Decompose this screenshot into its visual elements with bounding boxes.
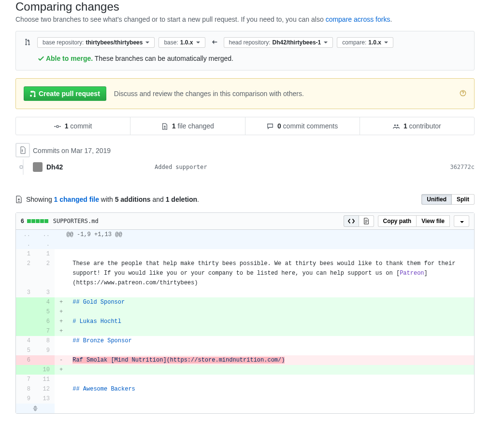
line-num-old [16,326,35,336]
diff-marker [55,346,68,355]
diff-marker [55,336,68,346]
diff-marker: + [55,326,68,336]
line-num-old: 2 [16,259,35,288]
code-line [68,249,474,259]
line-num-new: 10 [35,365,55,375]
code-line [68,288,474,297]
compare-forks-link[interactable]: compare across forks [326,15,390,23]
svg-point-2 [394,125,396,126]
code-line [68,375,474,384]
code-line: # Lukas Hochtl [68,317,474,326]
svg-point-4 [22,150,23,151]
line-num-new: 6 [35,317,55,326]
line-num-new: 4 [35,297,55,307]
line-num-old: 8 [16,384,35,394]
diff-marker: - [55,355,68,365]
page-title: Comparing changes [15,0,475,14]
code-line: These are the people that help make thir… [68,259,474,288]
rendered-view-button[interactable] [359,215,374,227]
file-diff-icon [161,123,168,130]
split-button[interactable]: Split [452,194,475,205]
line-num-old: 9 [16,394,35,404]
diff-marker [55,384,68,394]
commit-author[interactable]: Dh42 [46,163,143,171]
line-num-old: 6 [16,355,35,365]
line-num-new: ... [35,230,55,249]
line-num-old: 1 [16,249,35,259]
svg-point-1 [57,126,58,127]
base-repo-picker[interactable]: base repository: thirtybees/thirtybees [37,37,155,48]
diff-view-toggle: Unified Split [421,194,475,205]
code-line: ## Bronze Sponsor [68,336,474,346]
timeline-badge-icon [15,143,30,157]
file-menu-button[interactable] [454,215,469,227]
check-icon [38,55,44,62]
diff-marker [55,249,68,259]
merge-status: Able to merge. These branches can be aut… [24,55,466,62]
commit-sha[interactable]: 362772c [450,164,475,170]
base-branch-picker[interactable]: base: 1.0.x [159,37,205,48]
source-view-button[interactable] [344,215,359,227]
commit-row: Dh42 Added supporter 362772c [33,159,475,175]
code-line [68,346,474,355]
line-num-old [16,365,35,375]
commits-timeline: Commits on Mar 17, 2019 Dh42 Added suppo… [15,145,475,175]
line-num-new: 5 [35,307,55,317]
line-num-old: 5 [16,346,35,355]
compare-branch-picker[interactable]: compare: 1.0.x [337,37,393,48]
help-icon[interactable] [460,90,466,98]
file-icon [15,196,22,203]
people-icon [393,123,400,130]
line-num-new: 2 [35,259,55,288]
commit-message[interactable]: Added supporter [155,164,450,170]
line-num-old: 7 [16,375,35,384]
create-pr-button[interactable]: Create pull request [24,86,106,101]
commit-icon [54,123,61,130]
avatar[interactable] [33,162,43,172]
expand-button[interactable] [16,404,55,413]
stats-bar: 1 commit 1 file changed 0 commit comment… [15,117,475,135]
code-line [68,394,474,404]
line-num-old [16,307,35,317]
changed-files-link[interactable]: 1 changed file [54,196,99,203]
code-line [68,326,474,336]
line-num-new: 13 [35,394,55,404]
code-line: ## Awesome Backers [68,384,474,394]
line-num-old [16,297,35,307]
line-num-new: 12 [35,384,55,394]
line-num-new: 1 [35,249,55,259]
arrow-left-icon [209,39,220,47]
diff-marker [55,259,68,288]
copy-path-button[interactable]: Copy path [378,215,417,227]
hunk-header: @@ -1,9 +1,13 @@ [55,230,474,249]
diff-table: ...... @@ -1,9 +1,13 @@1122These are the… [16,230,474,413]
file-diff: 6 SUPPORTERS.md Copy path View file ....… [15,212,475,414]
commit-dot-icon [19,165,23,169]
git-pull-request-icon [30,90,36,98]
file-name[interactable]: SUPPORTERS.md [53,218,344,224]
line-num-new: 7 [35,326,55,336]
svg-point-3 [397,125,399,126]
code-line [68,307,474,317]
diff-marker [55,288,68,297]
file-change-count: 6 [21,218,24,224]
code-line [68,365,474,375]
diff-marker [55,375,68,384]
stat-contributors[interactable]: 1 contributor [360,117,474,135]
line-num-old: 4 [16,336,35,346]
page-subtitle: Choose two branches to see what's change… [15,15,475,23]
stat-commits[interactable]: 1 commit [16,117,130,135]
view-file-button[interactable]: View file [417,215,450,227]
chevron-down-icon [460,221,464,223]
line-num-old [16,317,35,326]
diff-marker: + [55,317,68,326]
unified-button[interactable]: Unified [421,194,452,205]
stat-comments[interactable]: 0 commit comments [245,117,360,135]
diff-marker: + [55,307,68,317]
head-repo-picker[interactable]: head repository: Dh42/thirtybees-1 [224,37,333,48]
code-line: Raf Smolak [Mind Nutrition](https://stor… [68,355,474,365]
git-compare-icon [24,38,31,47]
diff-summary: Showing 1 changed file with 5 additions … [15,194,475,205]
line-num-new [35,355,55,365]
stat-files[interactable]: 1 file changed [130,117,245,135]
